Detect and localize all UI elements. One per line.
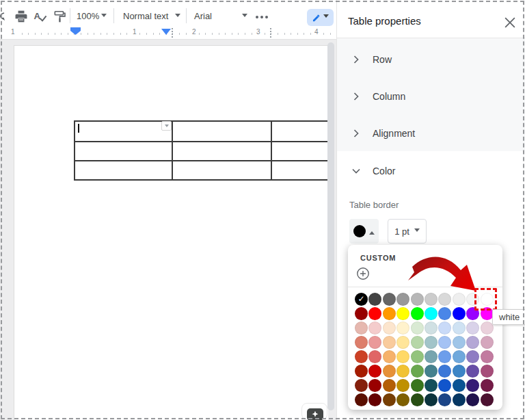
color-swatch-0c343d[interactable] (425, 393, 438, 406)
print-icon[interactable] (14, 10, 28, 23)
color-swatch-5b0f00[interactable] (355, 393, 368, 406)
color-swatch-cc0000[interactable] (368, 365, 381, 378)
color-swatch-f9cb9c[interactable] (383, 336, 396, 349)
table-border[interactable] (172, 120, 173, 180)
color-swatch-ea9999[interactable] (368, 336, 381, 349)
color-swatch-ffd966[interactable] (396, 350, 409, 363)
sparkle-button[interactable] (307, 408, 323, 420)
table-border[interactable] (74, 179, 328, 181)
color-swatch-bf9000[interactable] (396, 379, 409, 392)
color-swatch-a61c00[interactable] (355, 365, 368, 378)
color-swatch-6fa8dc[interactable] (453, 350, 466, 363)
table-column-marker[interactable] (270, 28, 271, 38)
color-swatch-4c1130[interactable] (481, 393, 494, 406)
color-swatch-999999[interactable] (396, 293, 409, 306)
color-swatch-dd7e6b[interactable] (355, 336, 368, 349)
color-swatch-ff9900[interactable] (383, 307, 396, 320)
section-column-toggle[interactable]: Column (337, 87, 525, 106)
color-swatch-674ea7[interactable] (466, 365, 479, 378)
color-swatch-0b5394[interactable] (453, 379, 466, 392)
table-border[interactable] (271, 120, 272, 180)
table-column-marker[interactable] (172, 28, 173, 38)
color-swatch-c9daf8[interactable] (438, 321, 451, 334)
color-swatch-ffe599[interactable] (396, 336, 409, 349)
first-line-indent-marker[interactable] (161, 29, 171, 40)
color-swatch-3c78d8[interactable] (438, 365, 451, 378)
color-swatch-e6b8af[interactable] (355, 321, 368, 334)
color-swatch-1c4587[interactable] (438, 393, 451, 406)
color-swatch-a2c4c9[interactable] (425, 336, 438, 349)
table-border[interactable] (74, 141, 328, 142)
color-swatch-cc4125[interactable] (355, 350, 368, 363)
color-swatch-b6d7a8[interactable] (411, 336, 424, 349)
color-swatch-00ff00[interactable] (411, 307, 424, 320)
color-swatch-cccccc[interactable] (425, 293, 438, 306)
border-color-button[interactable] (349, 219, 379, 244)
color-swatch-741b47[interactable] (481, 379, 494, 392)
color-swatch-76a5af[interactable] (425, 350, 438, 363)
spellcheck-icon[interactable]: A (33, 10, 47, 23)
color-swatch-93c47d[interactable] (411, 350, 424, 363)
paint-format-icon[interactable] (53, 10, 66, 23)
color-swatch-d9d9d9[interactable] (438, 293, 451, 306)
color-swatch-d0e0e3[interactable] (425, 321, 438, 334)
color-swatch-000000[interactable]: ✓ (355, 293, 368, 306)
color-swatch-38761d[interactable] (411, 379, 424, 392)
more-options-icon[interactable] (256, 16, 258, 18)
color-swatch-20124d[interactable] (466, 393, 479, 406)
color-swatch-ead1dc[interactable] (481, 321, 494, 334)
color-swatch-85200c[interactable] (355, 379, 368, 392)
color-swatch-ffff00[interactable] (396, 307, 409, 320)
close-icon[interactable] (504, 17, 515, 28)
color-swatch-00ffff[interactable] (425, 307, 438, 320)
color-swatch-434343[interactable] (368, 293, 381, 306)
color-swatch-b45f06[interactable] (383, 379, 396, 392)
color-swatch-d9d2e9[interactable] (466, 321, 479, 334)
color-swatch-d9ead3[interactable] (411, 321, 424, 334)
color-swatch-1155cc[interactable] (438, 379, 451, 392)
table-border[interactable] (74, 120, 75, 180)
color-swatch-6aa84f[interactable] (411, 365, 424, 378)
color-swatch-fce5cd[interactable] (383, 321, 396, 334)
table-border[interactable] (74, 160, 328, 161)
zoom-select[interactable]: 100% (77, 11, 99, 21)
color-swatch-660000[interactable] (368, 393, 381, 406)
document-scrollbar[interactable] (327, 42, 334, 410)
section-color-toggle[interactable]: Color (337, 161, 525, 181)
color-swatch-e69138[interactable] (383, 365, 396, 378)
color-swatch-f4cccc[interactable] (368, 321, 381, 334)
color-swatch-8e7cc3[interactable] (466, 350, 479, 363)
section-alignment-toggle[interactable]: Alignment (337, 124, 525, 143)
color-swatch-f1c232[interactable] (396, 365, 409, 378)
color-swatch-073763[interactable] (453, 393, 466, 406)
paragraph-style-select[interactable]: Normal text (123, 11, 168, 21)
table-border[interactable] (74, 120, 328, 122)
color-swatch-a64d79[interactable] (481, 365, 494, 378)
color-swatch-45818e[interactable] (425, 365, 438, 378)
color-swatch-b7b7b7[interactable] (411, 293, 424, 306)
color-swatch-d5a6bd[interactable] (481, 336, 494, 349)
color-swatch-783f04[interactable] (383, 393, 396, 406)
color-swatch-efefef[interactable] (453, 293, 466, 306)
color-swatch-e06666[interactable] (368, 350, 381, 363)
document-page[interactable] (14, 45, 328, 420)
color-swatch-4a86e8[interactable] (438, 307, 451, 320)
color-swatch-666666[interactable] (383, 293, 396, 306)
table-cell-dropdown[interactable] (161, 121, 172, 131)
editing-mode-button[interactable] (307, 9, 334, 26)
color-swatch-3d85c6[interactable] (453, 365, 466, 378)
color-swatch-0000ff[interactable] (453, 307, 466, 320)
color-swatch-134f5c[interactable] (425, 379, 438, 392)
color-swatch-cfe2f3[interactable] (453, 321, 466, 334)
section-row-toggle[interactable]: Row (337, 50, 525, 69)
color-swatch-f6b26b[interactable] (383, 350, 396, 363)
color-swatch-fff2cc[interactable] (396, 321, 409, 334)
color-swatch-980000[interactable] (355, 307, 368, 320)
color-swatch-990000[interactable] (368, 379, 381, 392)
border-width-button[interactable]: 1 pt (388, 219, 427, 244)
color-swatch-c27ba0[interactable] (481, 350, 494, 363)
color-swatch-274e13[interactable] (411, 393, 424, 406)
color-swatch-ff0000[interactable] (368, 307, 381, 320)
color-swatch-6d9eeb[interactable] (438, 350, 451, 363)
add-custom-color-icon[interactable] (356, 267, 370, 280)
